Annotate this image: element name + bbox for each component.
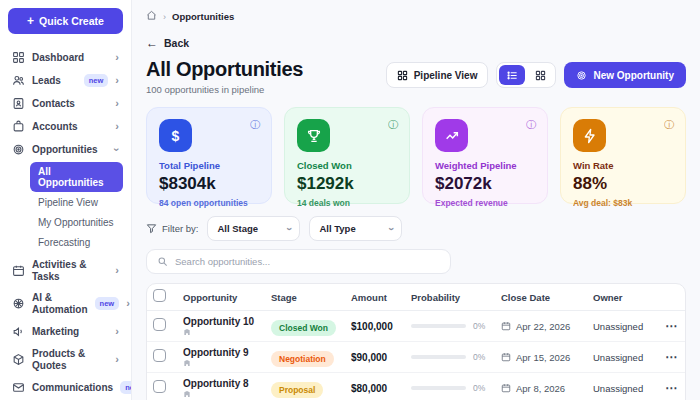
pipeline-view-button[interactable]: Pipeline View (386, 62, 489, 88)
row-menu-button[interactable]: ⋯ (665, 350, 684, 364)
calendar-icon (501, 352, 511, 362)
home-icon[interactable] (146, 10, 157, 23)
info-icon[interactable]: ⓘ (388, 118, 398, 132)
stage-filter-select[interactable]: All Stage › (207, 216, 300, 241)
leads-icon (12, 74, 25, 87)
dashboard-icon (12, 51, 25, 64)
back-arrow-icon: ← (146, 36, 158, 50)
column-header[interactable]: Opportunity (183, 292, 271, 303)
select-all-checkbox[interactable] (153, 289, 166, 302)
opportunities-table: Opportunity Stage Amount Probability Clo… (146, 283, 686, 400)
sidebar-item-marketing[interactable]: Marketing › (8, 320, 123, 343)
column-header[interactable]: Owner (593, 292, 665, 303)
products-icon (12, 353, 25, 366)
filter-by-label: Filter by: (146, 223, 198, 234)
target-icon (576, 70, 587, 81)
new-opportunity-button[interactable]: New Opportunity (564, 62, 686, 88)
table-header-row: Opportunity Stage Amount Probability Clo… (147, 284, 685, 311)
company-icon (183, 359, 271, 367)
opportunities-icon (12, 143, 25, 156)
stat-label: Total Pipeline (159, 160, 259, 171)
sidebar-item-contacts[interactable]: Contacts › (8, 92, 123, 115)
close-date: Apr 22, 2026 (516, 321, 570, 332)
sidebar-item-activities-tasks[interactable]: Activities & Tasks › (8, 254, 123, 287)
chevron-down-icon: › (284, 227, 294, 230)
trend-up-icon (435, 119, 468, 152)
sidebar-subitem-my-opportunities[interactable]: My Opportunities (30, 213, 123, 232)
row-menu-button[interactable]: ⋯ (665, 381, 684, 395)
table-row[interactable]: Opportunity 8 Proposal $80,000 0% Apr 8,… (147, 373, 685, 400)
stat-card-weighted-pipeline[interactable]: ⓘ Weighted Pipeline $2072k Expected reve… (422, 107, 548, 204)
sidebar-item-opportunities[interactable]: Opportunities › (8, 138, 123, 161)
sidebar-item-products-quotes[interactable]: Products & Quotes › (8, 343, 123, 376)
row-checkbox[interactable] (153, 380, 166, 393)
owner-value: Unassigned (593, 352, 665, 363)
opportunities-subnav: All Opportunities Pipeline View My Oppor… (8, 162, 123, 252)
sidebar-item-leads[interactable]: Leads new › (8, 69, 123, 92)
chevron-down-icon: › (112, 148, 123, 152)
dollar-icon: $ (159, 119, 192, 152)
row-checkbox[interactable] (153, 318, 166, 331)
stat-card-closed-won[interactable]: ⓘ Closed Won $1292k 14 deals won (284, 107, 410, 204)
type-filter-select[interactable]: All Type › (309, 216, 402, 241)
opportunity-name[interactable]: Opportunity 8 (183, 378, 271, 389)
info-icon[interactable]: ⓘ (250, 118, 260, 132)
column-header[interactable]: Probability (411, 292, 501, 303)
quick-create-button[interactable]: + Quick Create (8, 8, 123, 34)
stat-card-win-rate[interactable]: ⓘ Win Rate 88% Avg deal: $83k (560, 107, 686, 204)
sidebar-item-communications[interactable]: Communications new › (8, 376, 123, 399)
calendar-icon (501, 383, 511, 393)
list-view-button[interactable] (499, 65, 525, 85)
plus-icon: + (27, 14, 34, 28)
new-badge: new (95, 297, 120, 310)
chevron-right-icon: › (126, 298, 130, 309)
sidebar-subitem-pipeline-view[interactable]: Pipeline View (30, 193, 123, 212)
page-subtitle: 100 opportunities in pipeline (146, 84, 303, 95)
sidebar-subitem-all-opportunities[interactable]: All Opportunities (30, 162, 123, 192)
stat-value: 88% (573, 174, 673, 194)
row-menu-button[interactable]: ⋯ (665, 319, 684, 333)
info-icon[interactable]: ⓘ (526, 118, 536, 132)
row-checkbox[interactable] (153, 349, 166, 362)
sidebar-item-label: Products & Quotes (32, 348, 108, 371)
stat-cards: $ ⓘ Total Pipeline $8304k 84 open opport… (146, 107, 686, 204)
sidebar-item-label: Opportunities (32, 144, 108, 156)
contacts-icon (12, 97, 25, 110)
opportunity-name[interactable]: Opportunity 10 (183, 316, 271, 327)
header-actions: Pipeline View New Opportunity (386, 62, 686, 88)
chevron-right-icon: › (115, 265, 119, 276)
info-icon[interactable]: ⓘ (664, 118, 674, 132)
chevron-right-icon: › (115, 121, 119, 132)
column-header[interactable]: Stage (271, 292, 351, 303)
column-header[interactable]: Amount (351, 292, 411, 303)
probability-value: 0% (473, 321, 485, 331)
sidebar-item-label: Communications (32, 382, 113, 394)
view-toggle (496, 62, 556, 88)
search-input[interactable] (175, 256, 440, 267)
sidebar-item-accounts[interactable]: Accounts › (8, 115, 123, 138)
ai-icon (12, 297, 25, 310)
amount-value: $90,000 (351, 352, 411, 363)
new-opportunity-label: New Opportunity (593, 70, 674, 81)
quick-create-label: Quick Create (39, 15, 104, 27)
sidebar-item-label: Dashboard (32, 52, 108, 64)
sidebar: + Quick Create Dashboard › Leads new › C… (0, 0, 132, 400)
stat-label: Weighted Pipeline (435, 160, 535, 171)
pipeline-view-label: Pipeline View (414, 70, 478, 81)
sidebar-subitem-forecasting[interactable]: Forecasting (30, 233, 123, 252)
grid-view-button[interactable] (527, 65, 553, 85)
stat-subtitle: 14 deals won (297, 198, 397, 208)
breadcrumb-current[interactable]: Opportunities (172, 11, 234, 22)
column-header[interactable]: Close Date (501, 292, 593, 303)
sidebar-item-dashboard[interactable]: Dashboard › (8, 46, 123, 69)
table-row[interactable]: Opportunity 10 Closed Won $100,000 0% Ap… (147, 311, 685, 342)
back-button[interactable]: ← Back (146, 36, 189, 50)
stat-card-total-pipeline[interactable]: $ ⓘ Total Pipeline $8304k 84 open opport… (146, 107, 272, 204)
sidebar-item-ai-automation[interactable]: AI & Automation new › (8, 287, 123, 320)
owner-value: Unassigned (593, 321, 665, 332)
filter-bar: Filter by: All Stage › All Type › (146, 216, 686, 241)
table-row[interactable]: Opportunity 9 Negotiation $90,000 0% Apr… (147, 342, 685, 373)
stage-badge: Proposal (271, 382, 323, 398)
sidebar-item-label: Leads (32, 75, 77, 87)
opportunity-name[interactable]: Opportunity 9 (183, 347, 271, 358)
